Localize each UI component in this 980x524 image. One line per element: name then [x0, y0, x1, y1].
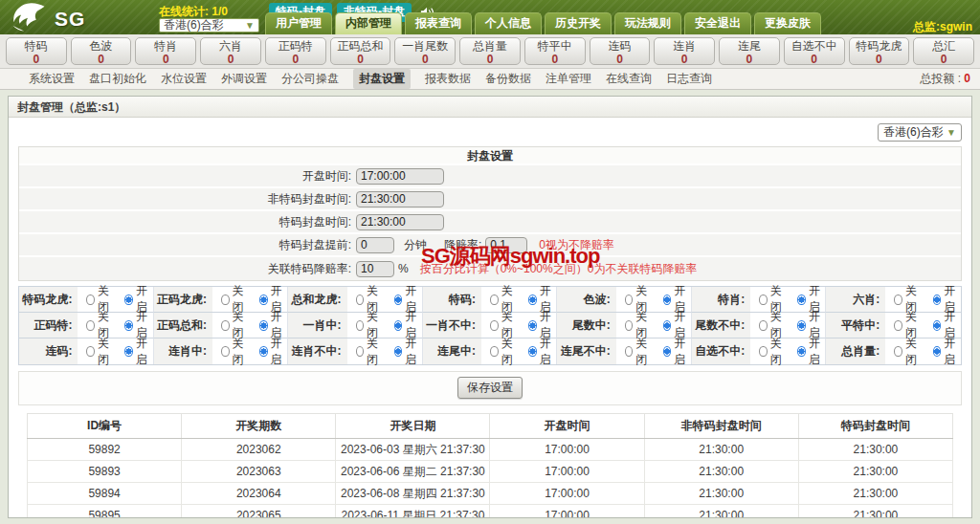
table-row[interactable]: 5989520230652023-06-11 星期日 21:37:3017:00… — [28, 505, 953, 519]
stat-label: 连肖 — [655, 39, 714, 53]
stat-label: 特码 — [7, 39, 66, 53]
table-cell: 2023062 — [182, 439, 336, 461]
advance-minutes-input[interactable] — [356, 237, 394, 253]
table-cell: 2023-06-06 星期二 21:37:30 — [336, 461, 490, 483]
radio-open[interactable]: 开启 — [124, 336, 152, 368]
submenu-item[interactable]: 水位设置 — [161, 71, 207, 87]
open-time-input[interactable] — [356, 168, 444, 185]
radio-close[interactable]: 关闭 — [894, 336, 922, 368]
submenu-item[interactable]: 系统设置 — [29, 71, 75, 87]
stat-label: 自选不中 — [785, 39, 844, 53]
radio-open[interactable]: 开启 — [259, 336, 287, 368]
radio-close[interactable]: 关闭 — [356, 336, 384, 368]
radio-on-icon — [933, 295, 942, 305]
stat-button[interactable]: 总肖量0 — [459, 37, 521, 65]
toggle-radios: 关闭开启 — [616, 336, 691, 368]
radio-off-icon — [221, 295, 230, 305]
toggle-label: 特码龙虎: — [19, 287, 78, 312]
radio-close[interactable]: 关闭 — [625, 336, 653, 368]
radio-open[interactable]: 开启 — [933, 336, 961, 368]
panel-lottery-select[interactable]: 香港(6)合彩 ▼ — [878, 123, 962, 142]
table-cell: 17:00:00 — [490, 483, 644, 505]
table-cell: 21:30:00 — [798, 483, 952, 505]
stat-button[interactable]: 自选不中0 — [784, 37, 845, 65]
stat-button[interactable]: 特码龙虎0 — [849, 37, 910, 65]
submenu-item[interactable]: 分公司操盘 — [281, 71, 339, 87]
save-settings-button[interactable]: 保存设置 — [457, 377, 523, 399]
radio-close[interactable]: 关闭 — [490, 336, 518, 368]
top-header: SG 在线统计: 1/0 特码-封盘 非特码-封盘 香港(6)合彩 ▼ 用户管理… — [0, 0, 980, 34]
radio-on-icon — [528, 346, 537, 357]
radio-on-icon — [259, 320, 268, 331]
stat-button[interactable]: 特肖0 — [135, 37, 196, 65]
toggle-cell: 连肖中:关闭开启 — [154, 338, 289, 364]
stat-button[interactable]: 连码0 — [590, 37, 651, 65]
stat-button[interactable]: 连肖0 — [654, 37, 715, 65]
radio-open[interactable]: 开启 — [528, 336, 556, 368]
stat-button[interactable]: 特码0 — [6, 37, 67, 65]
stat-label: 色波 — [72, 39, 131, 53]
radio-open[interactable]: 开启 — [394, 336, 422, 368]
stat-button[interactable]: 色波0 — [71, 37, 132, 65]
nav-tab[interactable]: 内部管理 — [335, 12, 402, 34]
nav-tab[interactable]: 更换皮肤 — [754, 12, 821, 34]
stat-value: 0 — [163, 53, 169, 66]
radio-close[interactable]: 关闭 — [86, 336, 114, 368]
toggle-cell: 自选不中:关闭开启 — [692, 338, 827, 364]
nav-tab[interactable]: 玩法规则 — [614, 12, 681, 34]
radio-on-icon — [528, 320, 537, 331]
toggle-cell: 连尾中:关闭开启 — [423, 338, 558, 364]
nav-tab[interactable]: 报表查询 — [405, 12, 472, 34]
stat-button[interactable]: 连尾0 — [719, 37, 780, 65]
radio-on-icon — [394, 320, 403, 331]
table-row[interactable]: 5989320230632023-06-06 星期二 21:37:3017:00… — [28, 461, 953, 483]
radio-on-icon — [663, 346, 672, 357]
stat-button[interactable]: 六肖0 — [200, 37, 261, 65]
table-row[interactable]: 5989220230622023-06-03 星期六 21:37:3017:00… — [28, 439, 953, 461]
tema-seal-time-input[interactable] — [356, 214, 444, 230]
radio-open[interactable]: 开启 — [663, 336, 691, 368]
toggle-cell: 连肖不中:关闭开启 — [288, 338, 423, 364]
submenu-item[interactable]: 备份数据 — [485, 71, 531, 87]
chevron-down-icon: ▼ — [947, 127, 956, 138]
toggle-radios: 关闭开启 — [347, 336, 422, 368]
radio-open[interactable]: 开启 — [797, 336, 825, 368]
stat-value: 0 — [33, 53, 40, 66]
nav-tab[interactable]: 个人信息 — [475, 12, 542, 34]
submenu-item[interactable]: 注单管理 — [546, 71, 591, 87]
stat-button[interactable]: 正码特0 — [265, 37, 326, 65]
table-header-cell: ID编号 — [28, 414, 182, 439]
stat-button[interactable]: 特平中0 — [524, 37, 586, 65]
table-cell: 17:00:00 — [490, 461, 644, 483]
stat-value: 0 — [422, 53, 429, 66]
toggle-cell: 连尾不中:关闭开启 — [557, 338, 692, 364]
radio-on-icon — [663, 320, 672, 331]
brand-logo: SG — [10, 2, 85, 36]
nav-tab[interactable]: 安全退出 — [684, 12, 751, 34]
table-cell: 21:30:00 — [644, 483, 798, 505]
submenu-item[interactable]: 日志查询 — [666, 71, 712, 87]
nav-tab[interactable]: 用户管理 — [265, 12, 332, 34]
submenu-item[interactable]: 封盘设置 — [353, 69, 411, 89]
lottery-select[interactable]: 香港(6)合彩 ▼ — [159, 18, 259, 33]
stat-button[interactable]: 总汇0 — [913, 37, 974, 65]
radio-off-icon — [490, 320, 499, 331]
radio-off-icon — [221, 320, 230, 331]
submenu-item[interactable]: 外调设置 — [221, 71, 267, 87]
stat-button[interactable]: 正码总和0 — [330, 37, 391, 65]
total-bet-label: 总投额 : — [920, 72, 961, 85]
eagle-logo-icon — [10, 2, 48, 36]
non-tema-seal-time-input[interactable] — [356, 191, 444, 207]
related-odds-input[interactable] — [356, 261, 394, 277]
table-cell: 2023064 — [182, 483, 336, 505]
stat-button[interactable]: 一肖尾数0 — [394, 37, 456, 65]
nav-tab[interactable]: 历史开奖 — [545, 12, 612, 34]
submenu-item[interactable]: 在线查询 — [606, 71, 652, 87]
table-cell: 59892 — [28, 439, 182, 461]
radio-close-label: 关闭 — [501, 336, 519, 368]
radio-close[interactable]: 关闭 — [759, 336, 787, 368]
radio-close[interactable]: 关闭 — [221, 336, 249, 368]
submenu-item[interactable]: 盘口初始化 — [89, 71, 146, 87]
submenu-item[interactable]: 报表数据 — [425, 71, 471, 87]
table-row[interactable]: 5989420230642023-06-08 星期四 21:37:3017:00… — [28, 483, 953, 505]
